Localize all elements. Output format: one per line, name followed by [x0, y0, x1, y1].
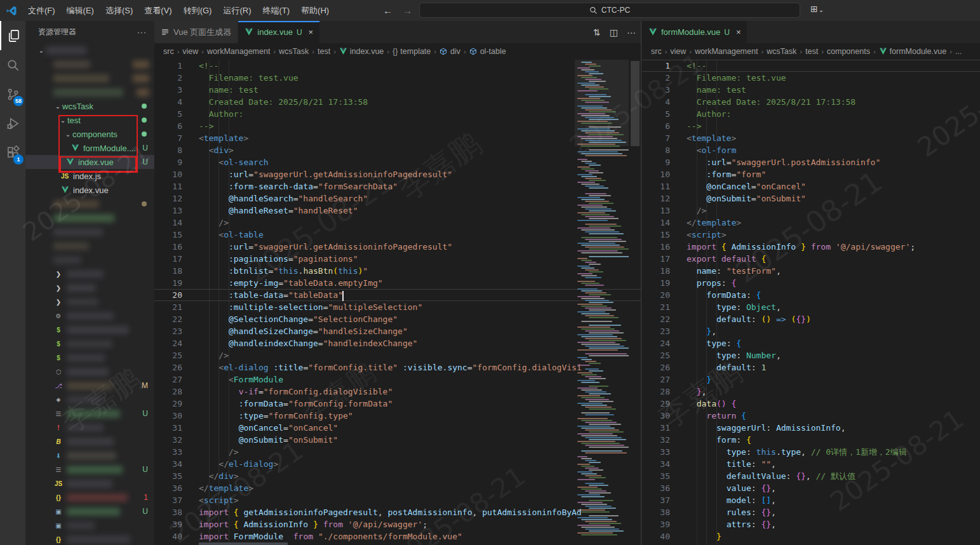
tree-item-index-vue[interactable]: index.vueU	[25, 155, 154, 169]
code-line-30[interactable]: 30 return {	[642, 410, 980, 422]
menu-4[interactable]: 转到(G)	[178, 0, 218, 21]
code-line-5[interactable]: 5 Author:	[642, 108, 980, 120]
code-line-10[interactable]: 10 :form="form"	[642, 168, 980, 180]
menu-3[interactable]: 查看(V)	[138, 0, 177, 21]
breadcrumbs-2[interactable]: src›view›workManagement›wcsTask›test›com…	[642, 43, 980, 60]
code-line-11[interactable]: 11 @onCancel="onCancel"	[642, 180, 980, 192]
code-line-33[interactable]: 33 type: this.type, // 0详情，1新增，2编辑	[642, 446, 980, 458]
tree-blurred-item[interactable]: B	[25, 434, 154, 448]
tree-blurred-item[interactable]	[25, 71, 154, 85]
tree-blurred-item[interactable]: ❯	[25, 267, 154, 281]
code-line-37[interactable]: 37 model: [],	[642, 494, 980, 506]
extensions-icon[interactable]: 1	[0, 138, 25, 167]
tree-blurred-item[interactable]: {}1	[25, 490, 154, 504]
tree-blurred-item[interactable]: $	[25, 337, 154, 351]
code-editor-form-module[interactable]: 1<!--2 Filename: test.vue3 name: test4 C…	[642, 60, 980, 545]
code-line-27[interactable]: 27 }	[642, 373, 980, 386]
breadcrumb-item[interactable]: test	[805, 47, 818, 56]
code-line-9[interactable]: 9 <ol-search	[154, 156, 641, 168]
code-line-32[interactable]: 32 @onSubmit="onSubmit"	[154, 434, 641, 446]
code-line-1[interactable]: 1<!--	[154, 60, 641, 72]
code-line-5[interactable]: 5 Author:	[154, 108, 641, 120]
code-line-19[interactable]: 19 :empty-img="tableData.emptyImg"	[154, 277, 641, 289]
tree-blurred-item[interactable]: $	[25, 351, 154, 365]
code-line-40[interactable]: 40 }	[642, 530, 980, 542]
menu-1[interactable]: 编辑(E)	[61, 0, 100, 21]
code-line-23[interactable]: 23 },	[642, 325, 980, 337]
code-line-20[interactable]: 20 :table-data="tableData"	[154, 289, 641, 301]
breadcrumb-item[interactable]: div	[440, 47, 460, 56]
tree-blurred-item[interactable]: ◆	[25, 393, 154, 407]
code-line-39[interactable]: 39 attrs: {},	[642, 518, 980, 530]
tab-close-icon[interactable]: ×	[309, 27, 314, 37]
code-line-20[interactable]: 20 formData: {	[642, 289, 980, 301]
menu-6[interactable]: 终端(T)	[257, 0, 295, 21]
code-line-16[interactable]: 16import { AdmissionInfo } from '@/api/s…	[642, 241, 980, 253]
code-line-38[interactable]: 38import { getAdmissioninfoPagedresult, …	[154, 506, 641, 518]
breadcrumb-item[interactable]: view	[670, 47, 686, 56]
code-line-6[interactable]: 6-->	[154, 120, 641, 132]
code-line-38[interactable]: 38 rules: {},	[642, 506, 980, 518]
breadcrumbs-1[interactable]: src›view›workManagement›wcsTask›test›ind…	[154, 43, 641, 60]
back-button[interactable]: ←	[383, 5, 393, 16]
code-line-3[interactable]: 3 name: test	[154, 84, 641, 96]
menu-0[interactable]: 文件(F)	[22, 0, 61, 21]
tree-item-formModule-[interactable]: formModule....U	[25, 141, 154, 155]
tree-blurred-item[interactable]	[25, 225, 154, 239]
code-line-17[interactable]: 17export default {	[642, 253, 980, 265]
compare-changes-icon[interactable]: ⇅	[593, 27, 601, 37]
code-line-1[interactable]: 1<!--	[642, 60, 980, 72]
code-line-35[interactable]: 35 </div>	[154, 470, 641, 482]
code-line-4[interactable]: 4 Created Date: 2025/8/21 17:13:58	[154, 96, 641, 108]
menu-5[interactable]: 运行(R)	[217, 0, 257, 21]
breadcrumb-item[interactable]: view	[182, 47, 198, 56]
code-line-31[interactable]: 31 swaggerUrl: AdmissionInfo,	[642, 422, 980, 434]
breadcrumb-item[interactable]: test	[318, 47, 330, 56]
code-line-19[interactable]: 19 props: {	[642, 277, 980, 289]
code-line-34[interactable]: 34 </el-dialog>	[154, 458, 641, 470]
tree-blurred-item[interactable]: ☰U	[25, 462, 154, 476]
code-line-2[interactable]: 2 Filename: test.vue	[154, 72, 641, 84]
code-line-6[interactable]: 6-->	[642, 120, 980, 132]
code-line-26[interactable]: 26 <el-dialog :title="formConfig.title" …	[154, 361, 641, 373]
tree-blurred-item[interactable]: !	[25, 421, 154, 434]
tree-blurred-item[interactable]	[25, 85, 154, 99]
source-control-icon[interactable]: 58	[0, 79, 25, 109]
code-line-28[interactable]: 28 },	[642, 386, 980, 398]
code-line-36[interactable]: 36 value: {},	[642, 482, 980, 494]
code-line-2[interactable]: 2 Filename: test.vue	[642, 72, 980, 84]
tree-item-index-js[interactable]: JSindex.js	[25, 169, 154, 183]
tree-blurred-item[interactable]: ❯	[25, 295, 154, 309]
code-line-39[interactable]: 39import { AdmissionInfo } from '@/api/s…	[154, 518, 641, 530]
code-line-41[interactable]: 41export default {	[154, 542, 641, 545]
code-line-31[interactable]: 31 @onCancel="onCancel"	[154, 422, 641, 434]
code-line-8[interactable]: 8 <ol-form	[642, 144, 980, 156]
menu-2[interactable]: 选择(S)	[100, 0, 138, 21]
run-debug-icon[interactable]	[0, 109, 25, 138]
code-line-10[interactable]: 10 :url="swaggerUrl.getAdmissioninfoPage…	[154, 168, 641, 180]
code-line-11[interactable]: 11 :form-search-data="formSearchData"	[154, 180, 641, 192]
search-view-icon[interactable]	[0, 50, 25, 79]
code-line-7[interactable]: 7<template>	[154, 132, 641, 144]
code-line-24[interactable]: 24 type: {	[642, 337, 980, 349]
code-line-22[interactable]: 22 @SelectionChange="SelectionChange"	[154, 313, 641, 325]
breadcrumb-item[interactable]: index.vue	[339, 47, 384, 56]
code-line-9[interactable]: 9 :url="swaggerUrl.postAdmissioninfo"	[642, 156, 980, 168]
vertical-scrollbar[interactable]	[629, 60, 641, 545]
breadcrumb-item[interactable]: formModule.vue	[879, 47, 947, 56]
code-editor-index-vue[interactable]: 1<!--2 Filename: test.vue3 name: test4 C…	[154, 60, 641, 545]
code-line-25[interactable]: 25 type: Number,	[642, 349, 980, 361]
code-line-24[interactable]: 24 @handleindexChange="handleindexChange…	[154, 337, 641, 349]
code-line-12[interactable]: 12 @handleSearch="handleSearch"	[154, 192, 641, 205]
tree-blurred-item[interactable]: ⌄	[25, 43, 154, 57]
code-line-13[interactable]: 13 />	[642, 205, 980, 217]
tree-blurred-item[interactable]: JS	[25, 476, 154, 490]
command-center-search[interactable]: CTC-PC	[419, 3, 800, 18]
code-line-22[interactable]: 22 default: () => ({})	[642, 313, 980, 325]
code-line-23[interactable]: 23 @handleSizeChange="handleSizeChange"	[154, 325, 641, 337]
code-line-34[interactable]: 34 title: "",	[642, 458, 980, 470]
tree-blurred-item[interactable]: ⬇	[25, 448, 154, 462]
code-line-40[interactable]: 40import FormModule from "./components/f…	[154, 530, 641, 542]
tree-blurred-item[interactable]	[25, 197, 154, 211]
code-line-14[interactable]: 14</template>	[642, 217, 980, 229]
